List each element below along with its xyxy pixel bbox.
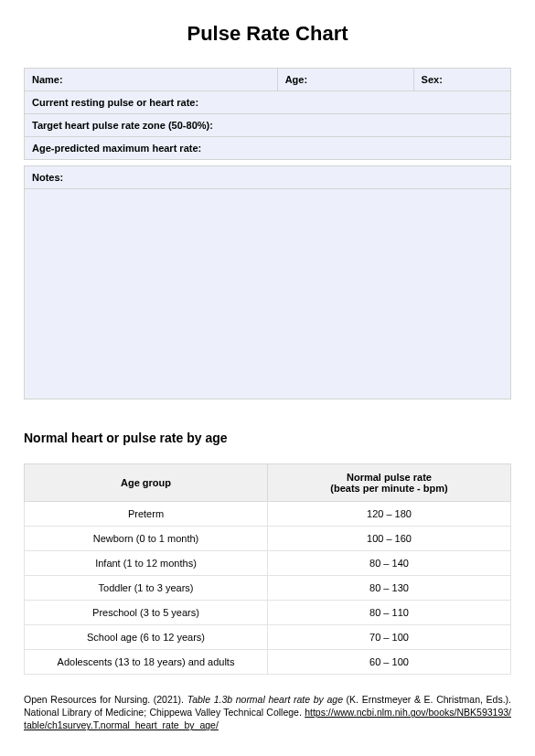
sex-field[interactable]: Sex:	[413, 69, 510, 91]
col-header-rate-line1: Normal pulse rate	[347, 472, 432, 483]
form-table: Name: Age: Sex: Current resting pulse or…	[24, 68, 511, 160]
resting-field[interactable]: Current resting pulse or heart rate:	[25, 91, 511, 114]
predicted-field[interactable]: Age-predicted maximum heart rate:	[25, 137, 511, 160]
cell-rate: 60 – 100	[268, 650, 511, 675]
target-field[interactable]: Target heart pulse rate zone (50-80%):	[25, 114, 511, 137]
cell-age-group: Infant (1 to 12 months)	[25, 551, 268, 576]
table-row: Preterm120 – 180	[25, 502, 511, 527]
notes-label: Notes:	[25, 166, 511, 189]
table-row: Toddler (1 to 3 years)80 – 130	[25, 576, 511, 601]
name-field[interactable]: Name:	[25, 69, 278, 91]
cell-rate: 120 – 180	[268, 502, 511, 527]
data-table: Age group Normal pulse rate (beats per m…	[24, 463, 511, 675]
section-heading: Normal heart or pulse rate by age	[24, 431, 511, 445]
table-row: Newborn (0 to 1 month)100 – 160	[25, 527, 511, 551]
cell-rate: 80 – 140	[268, 551, 511, 576]
citation-italic: Table 1.3b normal heart rate by age	[187, 694, 347, 705]
cell-rate: 70 – 100	[268, 625, 511, 650]
cell-age-group: Newborn (0 to 1 month)	[25, 527, 268, 551]
cell-age-group: Toddler (1 to 3 years)	[25, 576, 268, 601]
table-row: Infant (1 to 12 months)80 – 140	[25, 551, 511, 576]
table-row: School age (6 to 12 years)70 – 100	[25, 625, 511, 650]
citation-part1: Open Resources for Nursing. (2021).	[24, 694, 187, 705]
cell-age-group: Preschool (3 to 5 years)	[25, 601, 268, 625]
cell-rate: 80 – 130	[268, 576, 511, 601]
table-row: Preschool (3 to 5 years)80 – 110	[25, 601, 511, 625]
cell-age-group: Preterm	[25, 502, 268, 527]
cell-age-group: Adolescents (13 to 18 years) and adults	[25, 650, 268, 675]
col-header-age-group: Age group	[25, 464, 268, 502]
cell-age-group: School age (6 to 12 years)	[25, 625, 268, 650]
notes-area[interactable]	[24, 189, 511, 399]
cell-rate: 80 – 110	[268, 601, 511, 625]
col-header-rate-line2: (beats per minute - bpm)	[277, 483, 501, 494]
citation: Open Resources for Nursing. (2021). Tabl…	[24, 693, 511, 732]
table-row: Adolescents (13 to 18 years) and adults6…	[25, 650, 511, 675]
cell-rate: 100 – 160	[268, 527, 511, 551]
page-title: Pulse Rate Chart	[24, 22, 511, 46]
age-field[interactable]: Age:	[277, 69, 413, 91]
col-header-rate: Normal pulse rate (beats per minute - bp…	[268, 464, 511, 502]
